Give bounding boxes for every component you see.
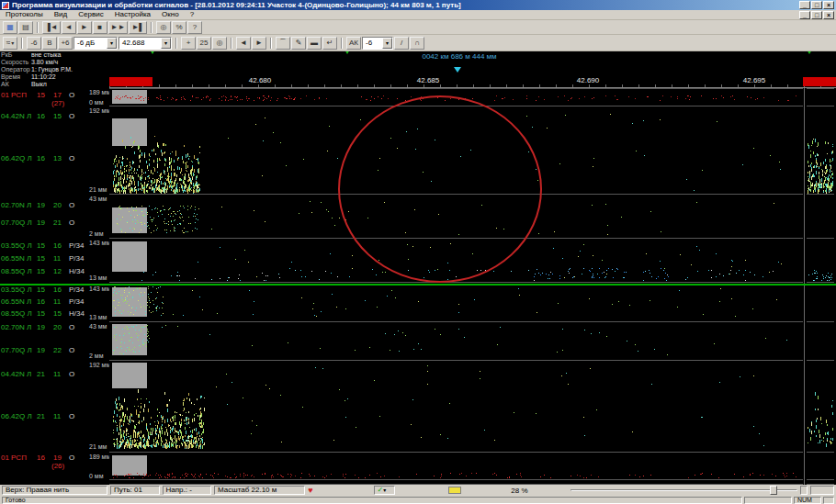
channel-row[interactable]: 08.55Q Л1512Н/34: [0, 267, 88, 284]
play-fast-button[interactable]: ►►: [108, 21, 129, 34]
channel-row[interactable]: 07.70Q Л1922О: [0, 346, 88, 363]
channel-status: О: [69, 412, 74, 420]
bottom-status-bar: Готово NUM: [0, 496, 836, 504]
ruler-red-segment-left: [109, 77, 153, 86]
color-swatch[interactable]: [448, 487, 461, 494]
channel-value-2: 11: [53, 297, 61, 306]
binoculars-button[interactable]: ⌒: [276, 37, 290, 50]
joint-marker-icon[interactable]: [150, 54, 156, 71]
headphones-button[interactable]: ∩: [410, 37, 424, 50]
channel-row[interactable]: 04.42N Л1615О: [0, 112, 88, 129]
gain-combo[interactable]: -6 дБ▾: [73, 37, 118, 50]
menu-item-2[interactable]: Вид: [49, 10, 73, 19]
depth-label: 2 мм: [89, 230, 109, 237]
menu-item-5[interactable]: Окно: [156, 10, 185, 19]
help-button[interactable]: ?: [187, 21, 202, 34]
slider-thumb[interactable]: [770, 486, 777, 495]
depth-label: 13 мм: [89, 274, 109, 281]
go-start-button[interactable]: ▐◄: [42, 21, 61, 34]
channel-value-1: 16: [37, 454, 45, 462]
mdi-minimize-button[interactable]: _: [799, 11, 810, 19]
menu-item-3[interactable]: Сервис: [73, 10, 108, 19]
resize-grip[interactable]: [823, 497, 834, 504]
app-icon: [2, 2, 9, 9]
gain-plus-button[interactable]: +6: [58, 37, 73, 50]
toolbar-row-1: ▦▤▐◄◄►■►►►▌◎%?: [0, 20, 836, 35]
right-rail-divider: [804, 88, 805, 485]
search-defect-button[interactable]: ◎: [156, 21, 171, 34]
menu-item-4[interactable]: Настройка: [109, 10, 156, 19]
menu-item-1[interactable]: Протоколы: [0, 10, 49, 19]
marker-pen-button[interactable]: ✎: [291, 37, 306, 50]
gain-minus-button[interactable]: -6: [27, 37, 41, 50]
filter-dropdown[interactable]: ✓▾: [374, 486, 396, 495]
channel-row[interactable]: 06.42Q Л1613О: [0, 154, 88, 171]
channel-value-2: 11: [53, 254, 61, 263]
mdi-maximize-button[interactable]: □: [811, 11, 822, 19]
position-slider[interactable]: [571, 486, 798, 495]
km-ruler[interactable]: 42.68042.68542.69042.695: [109, 75, 836, 88]
toolbar-separator: [175, 38, 177, 49]
channel-status: О: [69, 201, 74, 209]
status-track: Путь: 01: [110, 486, 160, 495]
channel-value-2: 20: [53, 323, 62, 331]
status-ready: Готово: [2, 497, 742, 504]
status-top-thread: Верх: Правая нить: [2, 486, 107, 495]
gain-reset-button[interactable]: В: [42, 37, 57, 50]
channel-value-1: 15: [37, 267, 45, 275]
minimize-button[interactable]: _: [799, 1, 810, 9]
channel-row[interactable]: 06.42Q Л2111О: [0, 412, 88, 429]
threshold-combo[interactable]: -6▾: [362, 37, 393, 50]
palette-button[interactable]: ▬: [307, 37, 322, 50]
joint-marker-icon[interactable]: [345, 54, 351, 71]
channel-row[interactable]: 07.70Q Л1921О: [0, 218, 88, 235]
channel-name: 08.55Q Л: [1, 267, 32, 275]
km-tick-label: 42.695: [743, 76, 765, 84]
step-back-button[interactable]: ◄: [62, 21, 76, 34]
channel-name: 01 РСП: [1, 454, 27, 462]
bscan-view-button[interactable]: ▦: [3, 21, 17, 34]
slash-button[interactable]: /: [394, 37, 409, 50]
scale-25-button[interactable]: 25: [197, 37, 211, 50]
channel-status: О: [69, 346, 74, 354]
channel-value-2: 17: [53, 91, 62, 99]
maximize-button[interactable]: □: [811, 1, 822, 9]
channel-value-1: 16: [37, 112, 45, 120]
depth-label: 192 мм: [89, 362, 109, 368]
channel-name: 06.42Q Л: [1, 154, 32, 162]
joint-marker-icon[interactable]: [807, 54, 813, 71]
return-button[interactable]: ↵: [322, 37, 337, 50]
magnifier-button[interactable]: ◎: [212, 37, 227, 50]
right-rail-canvas[interactable]: [807, 88, 834, 485]
depth-scale-column: 189 мм0 мм192 мм21 мм43 мм2 мм143 мм13 м…: [88, 51, 109, 485]
status-empty-segment: [800, 486, 808, 495]
prev-mark-button[interactable]: ◄: [236, 37, 251, 50]
channel-row[interactable]: 02.70N Л1920О: [0, 201, 88, 218]
step-forward-button[interactable]: ►: [77, 21, 92, 34]
print-button[interactable]: ▤: [18, 21, 33, 34]
percent-button[interactable]: %: [172, 21, 186, 34]
menu-item-6[interactable]: ?: [185, 10, 199, 19]
cursor-marker-icon[interactable]: [454, 67, 461, 73]
channel-row[interactable]: 04.42N Л2111О: [0, 370, 88, 386]
stop-button[interactable]: ■: [93, 21, 107, 34]
zoom-mode-button[interactable]: +: [181, 37, 196, 50]
coordinate-combo[interactable]: 42.688▾: [119, 37, 172, 50]
close-button[interactable]: ×: [823, 1, 834, 9]
channel-row[interactable]: 02.70N Л1920О: [0, 323, 88, 340]
channel-row[interactable]: 01 РСП1517(27)О: [0, 91, 88, 107]
menu-items: ПротоколыВидСервисНастройкаОкно?: [0, 10, 199, 19]
heart-icon[interactable]: ♥: [308, 487, 312, 495]
channel-name: 02.70N Л: [1, 323, 31, 331]
mdi-close-button[interactable]: ×: [823, 11, 834, 19]
go-end-button[interactable]: ►▌: [129, 21, 147, 34]
next-mark-button[interactable]: ►: [252, 37, 266, 50]
ak-button[interactable]: АК: [346, 37, 361, 50]
slider-track: [571, 489, 798, 491]
channel-value-1: 15: [37, 309, 45, 318]
channel-row[interactable]: 01 РСП1619(26)О: [0, 454, 88, 470]
signal-view-combo[interactable]: ≈▾: [3, 37, 17, 50]
km-tick-label: 42.690: [577, 76, 599, 84]
depth-label: 21 мм: [89, 186, 109, 193]
status-scale[interactable]: Масштаб 22.10 м: [214, 486, 305, 495]
